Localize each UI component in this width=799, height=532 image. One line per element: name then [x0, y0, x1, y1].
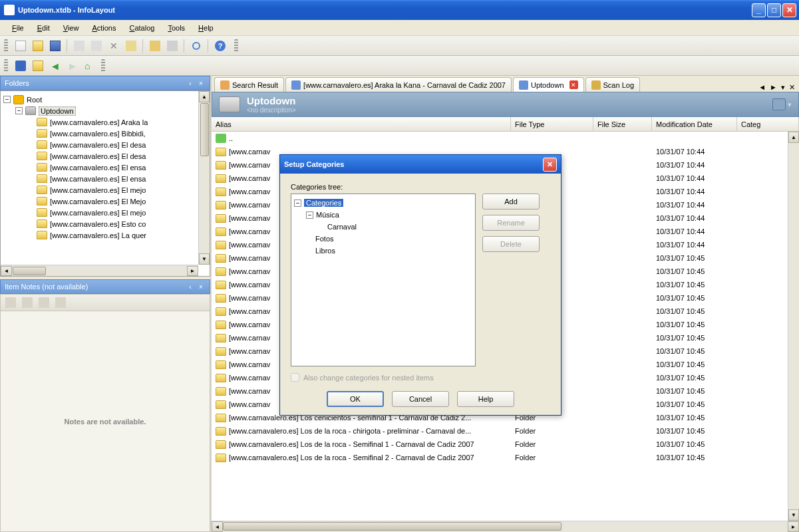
cut-button[interactable]	[72, 39, 86, 53]
scroll-thumb[interactable]	[13, 267, 46, 275]
panel-minimize-icon[interactable]: ‹	[186, 78, 195, 88]
tree-item[interactable]: [www.carnavalero.es] El desa	[3, 139, 207, 150]
nav-grip2-icon[interactable]	[101, 59, 105, 72]
category-libros[interactable]: Libros	[315, 247, 335, 255]
note-btn1[interactable]	[3, 295, 18, 310]
help-button[interactable]: Help	[457, 391, 514, 407]
category-carnaval[interactable]: Carnaval	[327, 223, 357, 231]
scroll-right-icon[interactable]: ►	[187, 266, 198, 276]
scroll-down-icon[interactable]: ▼	[788, 509, 799, 521]
minimize-button[interactable]: _	[752, 3, 766, 17]
tree-collapse-icon[interactable]: −	[15, 107, 23, 114]
nav-disk-button[interactable]	[13, 59, 28, 73]
column-moddate[interactable]: Modification Date	[652, 117, 737, 131]
tree-item[interactable]: [www.carnavalero.es] La quer	[3, 229, 207, 241]
column-alias[interactable]: Alias	[212, 117, 511, 131]
tree-item[interactable]: [www.carnavalero.es] El Mejo	[3, 196, 207, 207]
copy-button[interactable]	[89, 39, 104, 53]
tab-next-icon[interactable]: ►	[768, 83, 778, 92]
delete-button[interactable]: Delete	[482, 236, 540, 252]
scroll-right-icon[interactable]: ►	[788, 521, 799, 532]
tree-collapse-icon[interactable]: −	[294, 200, 301, 207]
column-filesize[interactable]: File Size	[593, 117, 652, 131]
folder-tree[interactable]: − Root − Uptodown [www.carnavalero.es] A…	[0, 90, 210, 277]
categories-tree[interactable]: −Categories −Música Carnaval Fotos Libro…	[291, 194, 476, 366]
help-button[interactable]: ?	[213, 39, 228, 53]
tree-item[interactable]: [www.carnavalero.es] Araka la	[3, 116, 207, 128]
up-row[interactable]: ..	[212, 132, 799, 145]
nav-folder-button[interactable]	[31, 59, 45, 73]
note-btn3[interactable]	[37, 295, 51, 310]
panel-minimize-icon[interactable]: ‹	[186, 282, 195, 291]
tree-selected-label[interactable]: Uptodown	[39, 106, 76, 116]
note-btn2[interactable]	[20, 295, 35, 310]
menu-file[interactable]: File	[5, 23, 31, 33]
tab-close-icon[interactable]: ✕	[569, 80, 578, 89]
delete-button[interactable]: ✕	[106, 39, 121, 53]
panel-close-icon[interactable]: ×	[196, 282, 206, 291]
category-root[interactable]: Categories	[304, 199, 343, 207]
dialog-close-button[interactable]: ✕	[543, 158, 557, 172]
menu-actions[interactable]: Actions	[85, 23, 122, 33]
panel-close-icon[interactable]: ×	[196, 78, 206, 88]
tab-search-result[interactable]: Search Result	[214, 77, 284, 92]
scroll-left-icon[interactable]: ◄	[212, 521, 223, 532]
scroll-left-icon[interactable]: ◄	[1, 266, 12, 276]
new-button[interactable]	[13, 39, 28, 53]
menu-view[interactable]: View	[57, 23, 86, 33]
refresh-button[interactable]	[165, 39, 180, 53]
tree-item[interactable]: [www.carnavalero.es] El ensa	[3, 173, 207, 184]
tree-item[interactable]: [www.carnavalero.es] El mejo	[3, 184, 207, 196]
tab-scanlog[interactable]: Scan Log	[585, 77, 640, 92]
toolbar-grip-icon[interactable]	[4, 39, 8, 53]
tree-item[interactable]: [www.carnavalero.es] Bibbidi,	[3, 128, 207, 139]
tab-dropdown-icon[interactable]: ▾	[780, 83, 786, 92]
category-fotos[interactable]: Fotos	[315, 235, 334, 243]
note-btn4[interactable]	[53, 295, 68, 310]
table-row[interactable]: [www.carnavalero.es] Los de la roca - Se…	[212, 438, 799, 451]
grid-hscrollbar[interactable]: ◄ ►	[212, 521, 799, 532]
view-mode-button[interactable]	[772, 98, 786, 110]
save-button[interactable]	[48, 39, 63, 53]
tree-hscrollbar[interactable]: ◄ ►	[1, 265, 198, 276]
tree-item[interactable]: [www.carnavalero.es] El ensa	[3, 162, 207, 173]
nav-up-button[interactable]: ⌂	[82, 59, 97, 73]
scroll-up-icon[interactable]: ▲	[788, 132, 799, 143]
column-category[interactable]: Categ	[737, 117, 799, 131]
menu-help[interactable]: Help	[192, 23, 220, 33]
maximize-button[interactable]: □	[767, 3, 781, 17]
tree-collapse-icon[interactable]: −	[306, 211, 313, 219]
table-row[interactable]: [www.carnavalero.es] Los de la roca - Se…	[212, 451, 799, 464]
toolbar-grip2-icon[interactable]	[234, 39, 238, 53]
menu-catalog[interactable]: Catalog	[122, 23, 161, 33]
nav-grip-icon[interactable]	[4, 59, 8, 72]
tab-uptodown[interactable]: Uptodown ✕	[513, 77, 584, 92]
rename-button[interactable]: Rename	[482, 215, 540, 231]
tree-item[interactable]: [www.carnavalero.es] El desa	[3, 150, 207, 162]
dialog-titlebar[interactable]: Setup Categories ✕	[280, 155, 561, 174]
tab-prev-icon[interactable]: ◄	[757, 83, 767, 92]
close-button[interactable]: ✕	[782, 3, 796, 17]
nav-back-button[interactable]: ◄	[48, 59, 63, 73]
table-row[interactable]: [www.carnavalero.es] Los de la roca - ch…	[212, 424, 799, 438]
scroll-down-icon[interactable]: ▼	[199, 253, 210, 265]
open-button[interactable]	[31, 39, 45, 53]
tree-vscrollbar[interactable]: ▲ ▼	[198, 91, 210, 265]
tree-item[interactable]: [www.carnavalero.es] El mejo	[3, 207, 207, 218]
add-button[interactable]: Add	[482, 194, 540, 209]
tab-araka[interactable]: [www.carnavalero.es] Araka la Kana - Car…	[285, 77, 512, 92]
nested-items-checkbox[interactable]	[291, 373, 299, 382]
scroll-thumb[interactable]	[200, 103, 209, 156]
folder-button[interactable]	[148, 39, 162, 53]
search-button[interactable]	[189, 39, 204, 53]
tree-collapse-icon[interactable]: −	[3, 96, 11, 103]
properties-button[interactable]	[124, 39, 138, 53]
tree-root-label[interactable]: Root	[27, 96, 42, 104]
scroll-up-icon[interactable]: ▲	[199, 91, 210, 102]
tree-item[interactable]: [www.carnavalero.es] Esto co	[3, 218, 207, 229]
cancel-button[interactable]: Cancel	[392, 391, 449, 407]
scroll-thumb[interactable]	[223, 522, 561, 531]
ok-button[interactable]: OK	[327, 391, 384, 407]
menu-tools[interactable]: Tools	[161, 23, 192, 33]
tab-close-all-icon[interactable]: ✕	[788, 83, 796, 92]
